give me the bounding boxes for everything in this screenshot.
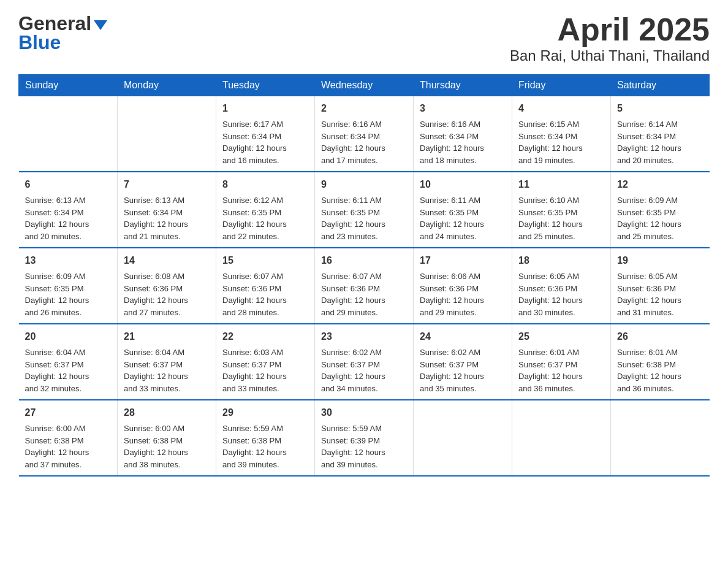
day-info: and 39 minutes. [321, 459, 407, 471]
day-info: and 35 minutes. [420, 383, 506, 395]
table-row: 15Sunrise: 6:07 AMSunset: 6:36 PMDayligh… [216, 248, 315, 324]
day-info: and 28 minutes. [222, 307, 308, 319]
day-info: Daylight: 12 hours [321, 370, 407, 383]
day-number: 29 [222, 405, 308, 420]
table-row: 12Sunrise: 6:09 AMSunset: 6:35 PMDayligh… [611, 172, 710, 248]
day-info: Daylight: 12 hours [420, 218, 506, 231]
day-info: Sunrise: 6:14 AM [617, 118, 703, 131]
day-info: Daylight: 12 hours [124, 370, 210, 383]
day-number: 16 [321, 253, 407, 268]
day-info: Sunrise: 6:06 AM [420, 270, 506, 283]
day-info: Sunrise: 6:09 AM [25, 270, 112, 283]
table-row: 29Sunrise: 5:59 AMSunset: 6:38 PMDayligh… [216, 400, 315, 476]
day-info: and 34 minutes. [321, 383, 407, 395]
day-info: Sunrise: 6:11 AM [321, 194, 407, 207]
day-number: 19 [617, 253, 703, 268]
day-number: 14 [124, 253, 210, 268]
day-info: Sunset: 6:35 PM [518, 207, 604, 219]
table-row: 20Sunrise: 6:04 AMSunset: 6:37 PMDayligh… [19, 324, 118, 400]
table-row: 23Sunrise: 6:02 AMSunset: 6:37 PMDayligh… [315, 324, 414, 400]
day-info: Sunrise: 6:00 AM [124, 423, 210, 435]
day-info: Daylight: 12 hours [617, 294, 703, 307]
day-number: 30 [321, 405, 407, 420]
day-info: Sunset: 6:38 PM [617, 359, 703, 371]
day-info: and 16 minutes. [222, 155, 308, 167]
day-info: Sunset: 6:34 PM [617, 131, 703, 143]
day-number: 3 [420, 101, 506, 116]
day-info: Daylight: 12 hours [321, 446, 407, 459]
day-info: Sunrise: 6:08 AM [124, 270, 210, 283]
table-row: 8Sunrise: 6:12 AMSunset: 6:35 PMDaylight… [216, 172, 315, 248]
day-info: Sunset: 6:36 PM [518, 283, 604, 295]
day-number: 13 [25, 253, 112, 268]
day-info: Sunrise: 6:16 AM [321, 118, 407, 131]
table-row: 27Sunrise: 6:00 AMSunset: 6:38 PMDayligh… [19, 400, 118, 476]
day-info: Sunrise: 6:04 AM [25, 347, 112, 359]
day-info: Daylight: 12 hours [25, 218, 112, 231]
day-info: Daylight: 12 hours [321, 218, 407, 231]
day-number: 17 [420, 253, 506, 268]
day-number: 26 [617, 329, 703, 344]
table-row: 1Sunrise: 6:17 AMSunset: 6:34 PMDaylight… [216, 96, 315, 172]
day-info: Sunset: 6:34 PM [222, 131, 308, 143]
table-row [414, 400, 512, 476]
logo-triangle-icon [94, 20, 107, 30]
day-info: Sunset: 6:34 PM [420, 131, 506, 143]
table-row: 11Sunrise: 6:10 AMSunset: 6:35 PMDayligh… [512, 172, 611, 248]
day-info: Sunrise: 6:05 AM [617, 270, 703, 283]
calendar-subtitle: Ban Rai, Uthai Thani, Thailand [510, 47, 710, 64]
day-number: 6 [25, 177, 112, 192]
day-info: and 21 minutes. [124, 231, 210, 243]
day-number: 2 [321, 101, 407, 116]
day-info: Sunrise: 6:12 AM [222, 194, 308, 207]
page-header: General Blue April 2025 Ban Rai, Uthai T… [18, 12, 710, 64]
table-row: 14Sunrise: 6:08 AMSunset: 6:36 PMDayligh… [118, 248, 216, 324]
day-info: Daylight: 12 hours [222, 370, 308, 383]
header-friday: Friday [512, 75, 611, 96]
table-row: 26Sunrise: 6:01 AMSunset: 6:38 PMDayligh… [611, 324, 710, 400]
day-info: Sunset: 6:37 PM [518, 359, 604, 371]
day-number: 4 [518, 101, 604, 116]
day-info: Sunset: 6:36 PM [420, 283, 506, 295]
day-info: Sunset: 6:35 PM [222, 207, 308, 219]
table-row: 28Sunrise: 6:00 AMSunset: 6:38 PMDayligh… [118, 400, 216, 476]
day-info: Daylight: 12 hours [321, 142, 407, 155]
day-info: Sunset: 6:34 PM [25, 207, 112, 219]
calendar-week-row: 1Sunrise: 6:17 AMSunset: 6:34 PMDaylight… [19, 96, 710, 172]
day-info: and 20 minutes. [25, 231, 112, 243]
day-info: Sunrise: 6:03 AM [222, 347, 308, 359]
day-info: Sunrise: 6:05 AM [518, 270, 604, 283]
calendar-week-row: 13Sunrise: 6:09 AMSunset: 6:35 PMDayligh… [19, 248, 710, 324]
day-info: Daylight: 12 hours [420, 370, 506, 383]
day-info: Daylight: 12 hours [222, 142, 308, 155]
table-row [512, 400, 611, 476]
day-info: Sunrise: 6:11 AM [420, 194, 506, 207]
day-info: Sunset: 6:37 PM [25, 359, 112, 371]
day-info: Sunset: 6:37 PM [124, 359, 210, 371]
header-thursday: Thursday [414, 75, 512, 96]
day-info: Sunrise: 6:13 AM [124, 194, 210, 207]
table-row: 30Sunrise: 5:59 AMSunset: 6:39 PMDayligh… [315, 400, 414, 476]
day-info: and 39 minutes. [222, 459, 308, 471]
table-row: 18Sunrise: 6:05 AMSunset: 6:36 PMDayligh… [512, 248, 611, 324]
day-info: Sunset: 6:36 PM [124, 283, 210, 295]
table-row: 13Sunrise: 6:09 AMSunset: 6:35 PMDayligh… [19, 248, 118, 324]
day-info: and 29 minutes. [321, 307, 407, 319]
day-info: Sunset: 6:35 PM [617, 207, 703, 219]
day-number: 10 [420, 177, 506, 192]
calendar-week-row: 27Sunrise: 6:00 AMSunset: 6:38 PMDayligh… [19, 400, 710, 476]
header-saturday: Saturday [611, 75, 710, 96]
day-number: 28 [124, 405, 210, 420]
day-info: Daylight: 12 hours [25, 294, 112, 307]
day-info: Sunset: 6:38 PM [124, 435, 210, 447]
day-info: Daylight: 12 hours [124, 294, 210, 307]
day-number: 5 [617, 101, 703, 116]
day-info: Daylight: 12 hours [518, 294, 604, 307]
table-row: 24Sunrise: 6:02 AMSunset: 6:37 PMDayligh… [414, 324, 512, 400]
day-info: Daylight: 12 hours [420, 294, 506, 307]
day-info: Daylight: 12 hours [222, 294, 308, 307]
day-info: and 36 minutes. [518, 383, 604, 395]
calendar-week-row: 20Sunrise: 6:04 AMSunset: 6:37 PMDayligh… [19, 324, 710, 400]
day-info: Sunset: 6:36 PM [617, 283, 703, 295]
day-number: 1 [222, 101, 308, 116]
